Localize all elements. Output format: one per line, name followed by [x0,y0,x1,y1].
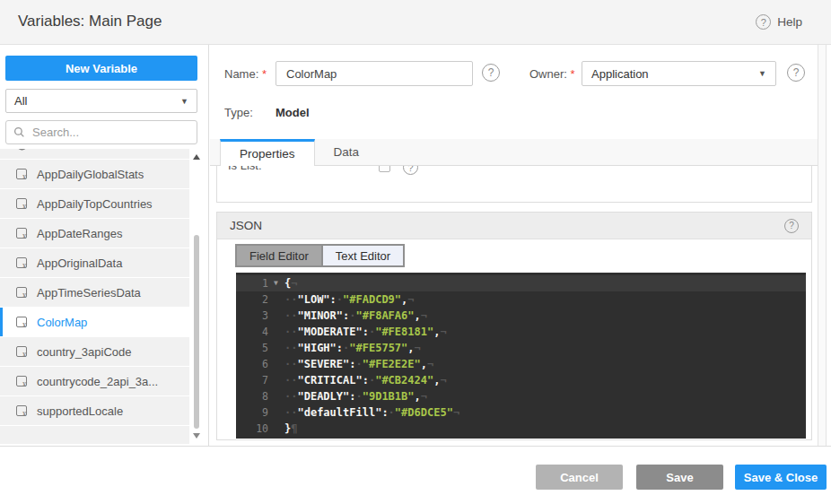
variable-detail-panel: Name: * ? Owner: * Application ▼ ? Type:… [210,45,818,446]
required-marker: * [571,67,575,81]
json-help-icon[interactable]: ? [784,219,799,233]
code-segment-dim: ·· [284,374,297,387]
code-segment-dim: ·· [284,390,297,403]
is-list-label: Is List: [228,166,262,172]
code-segment-dim: ·· [284,293,297,306]
code-line-6: 6··"SEVERE":·"#FE2E2E",¬ [236,356,806,372]
variable-icon: x [16,405,27,416]
line-number: 2 [236,291,268,308]
code-text: ··"MINOR":·"#F8AFA6",¬ [284,308,427,324]
sidebar-item-label: supportedLocale [37,404,123,418]
variable-icon: x [16,169,27,179]
variable-icon: x [16,198,27,209]
line-number: 3 [236,308,268,324]
line-number: 4 [236,324,268,340]
code-segment-val: "#CB2424" [375,374,433,387]
name-help-icon[interactable]: ? [482,64,500,82]
code-segment-plain: : [337,342,343,354]
line-number: 5 [236,340,268,356]
code-segment-dim: ¬ [421,390,427,403]
fold-gutter [268,340,284,356]
fold-arrow-icon[interactable]: ▼ [268,275,284,291]
sidebar-item-label: AppDailyTopCountries [37,197,153,211]
code-segment-dim: · [355,390,362,403]
sidebar-item-appdailytopcountries[interactable]: xAppDailyTopCountries [0,189,189,218]
main-scrollbar[interactable] [818,45,827,446]
page-title: Variables: Main Page [18,13,162,30]
code-segment-dim: ·· [284,358,297,370]
sidebar-item-appdailyglobalstats[interactable]: xAppDailyGlobalStats [0,160,189,188]
owner-help-icon[interactable]: ? [787,64,805,82]
help-icon[interactable]: ? [756,14,771,30]
help-label[interactable]: Help [777,15,802,29]
code-segment-val: "#FE2E2E" [363,358,421,370]
is-list-checkbox[interactable] [379,166,390,172]
sidebar-item-apporiginaldata[interactable]: xAppOriginalData [0,248,189,277]
variable-icon: x [16,376,27,387]
scrollbar-thumb[interactable] [194,235,199,429]
code-segment-plain: , [421,358,427,370]
cancel-button[interactable]: Cancel [536,465,623,490]
line-number: 10 [236,421,268,437]
sidebar-scrollbar[interactable] [190,149,203,444]
chevron-down-icon: ▼ [180,97,188,106]
tab-strip: PropertiesData [210,139,818,166]
code-text: ··"MODERATE":·"#FE8181",¬ [284,324,447,340]
new-variable-button[interactable]: New Variable [5,56,197,81]
variable-filter-select[interactable]: All ▼ [5,89,197,113]
code-segment-key: "MODERATE" [297,326,362,338]
code-segment-dim: ·· [284,309,297,322]
scroll-down-arrow[interactable] [193,433,200,439]
code-text: {¬ [284,275,297,291]
search-icon [13,126,25,138]
code-segment-plain: : [381,406,388,419]
fold-gutter [268,308,284,324]
sidebar-item-appdateranges[interactable]: xAppDateRanges [0,219,189,248]
save-button[interactable]: Save [636,465,723,490]
json-code-editor[interactable]: 1▼{¬2··"LOW":·"#FADCD9",¬3··"MINOR":·"#F… [236,273,806,439]
sidebar-item-label: AppOriginalData [37,256,122,270]
field-editor-button[interactable]: Field Editor [237,246,321,265]
fold-gutter [268,291,284,308]
line-number: 7 [236,372,268,388]
search-input[interactable] [31,125,178,140]
code-line-2: 2··"LOW":·"#FADCD9",¬ [236,291,806,308]
editor-mode-toggle: Field EditorText Editor [235,244,405,267]
code-segment-plain: : [330,293,337,306]
save-and-close-button[interactable]: Save & Close [735,465,827,490]
owner-value: Application [591,67,649,81]
fold-gutter [268,388,284,404]
owner-select[interactable]: Application ▼ [582,61,776,86]
name-label: Name: * [224,67,267,81]
chevron-down-icon: ▼ [758,69,766,78]
code-segment-dim: ¬ [453,406,459,419]
sidebar-item-colormap[interactable]: xColorMap [0,308,189,336]
sidebar-item-wsvtimeseriesdata[interactable]: wsvTimeSeriesData [0,149,189,159]
code-segment-dim: ·· [284,406,297,419]
code-line-8: 8··"DEADLY":·"9D1B1B",¬ [236,388,806,404]
variable-filter-value: All [14,94,27,108]
fold-gutter [268,356,284,372]
text-editor-button[interactable]: Text Editor [321,246,403,265]
code-segment-dim: ·· [284,342,297,354]
line-number: 9 [236,404,268,421]
code-segment-val: "#FE8181" [375,326,433,338]
sidebar-item-countrycode-2api-3a-[interactable]: xcountrycode_2api_3a... [0,367,189,395]
is-list-row: Is List: ? [216,166,812,203]
sidebar-item-supportedlocale[interactable]: xsupportedLocale [0,396,189,425]
sidebar-item-apptimeseriesdata[interactable]: xAppTimeSeriesData [0,278,189,307]
sidebar-item-country-3apicode[interactable]: xcountry_3apiCode [0,337,189,366]
help-button[interactable]: ? Help [756,14,802,30]
is-list-help-icon[interactable]: ? [403,166,418,175]
type-value: Model [276,106,310,119]
tab-properties[interactable]: Properties [220,139,315,166]
name-field[interactable] [276,61,473,86]
tab-data[interactable]: Data [315,139,379,165]
variable-search[interactable] [5,120,197,144]
code-segment-dim: · [389,406,395,419]
scroll-up-arrow[interactable] [193,154,200,160]
code-line-5: 5··"HIGH":·"#FE5757",¬ [236,340,806,356]
code-segment-key: "defaultFill" [297,406,381,419]
code-segment-dim: ¬ [440,374,446,387]
code-segment-dim: · [355,358,362,370]
